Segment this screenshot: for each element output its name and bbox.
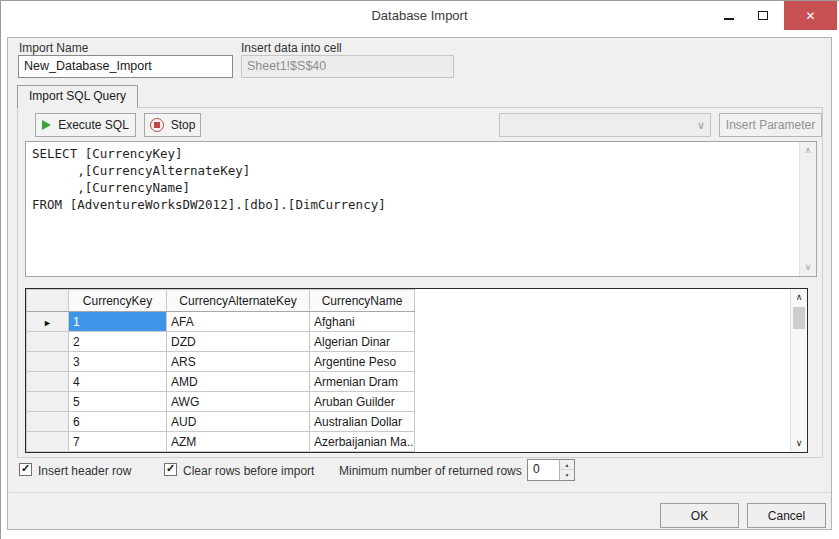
grid-cell[interactable]: 5 xyxy=(69,392,167,412)
grid-body: ►1AFAAfghani2DZDAlgerian Dinar3ARSArgent… xyxy=(27,312,790,452)
grid-cell[interactable]: Argentine Peso xyxy=(310,352,415,372)
current-row-arrow-icon: ► xyxy=(43,318,52,328)
grid-header-row: CurrencyKeyCurrencyAlternateKeyCurrencyN… xyxy=(27,290,790,312)
grid-cell[interactable]: AWG xyxy=(167,392,310,412)
table-row: 7AZMAzerbaijanian Ma... xyxy=(27,432,790,452)
grid-cell[interactable]: AFA xyxy=(167,312,310,332)
grid-filler xyxy=(415,312,790,332)
scroll-down-icon[interactable]: ∨ xyxy=(800,260,816,275)
column-header[interactable]: CurrencyKey xyxy=(69,290,167,312)
grid-filler xyxy=(415,332,790,352)
ok-button[interactable]: OK xyxy=(660,503,739,528)
scrollbar-thumb[interactable] xyxy=(793,307,805,329)
row-selector-cell[interactable] xyxy=(27,352,69,372)
spin-down-icon[interactable]: ▼ xyxy=(560,470,574,480)
grid-filler xyxy=(415,432,790,452)
minimize-icon xyxy=(724,18,734,20)
grid-corner-cell[interactable] xyxy=(27,290,69,312)
grid-filler xyxy=(415,372,790,392)
results-grid: CurrencyKeyCurrencyAlternateKeyCurrencyN… xyxy=(25,288,808,453)
close-button[interactable]: ✕ xyxy=(784,1,837,30)
scroll-up-icon[interactable]: ∧ xyxy=(791,290,807,305)
grid-cell[interactable]: 4 xyxy=(69,372,167,392)
table-row: 5AWGAruban Guilder xyxy=(27,392,790,412)
parameter-dropdown[interactable]: ∨ xyxy=(499,113,711,137)
grid-cell[interactable]: 3 xyxy=(69,352,167,372)
grid-filler xyxy=(415,290,790,312)
sql-query-editor[interactable]: SELECT [CurrencyKey] ,[CurrencyAlternate… xyxy=(25,141,817,277)
sql-query-text[interactable]: SELECT [CurrencyKey] ,[CurrencyAlternate… xyxy=(32,145,386,213)
insert-parameter-label: Insert Parameter xyxy=(726,118,815,132)
table-row: 2DZDAlgerian Dinar xyxy=(27,332,790,352)
min-rows-spinner[interactable]: 0 ▲ ▼ xyxy=(527,459,575,481)
execute-sql-label: Execute SQL xyxy=(58,118,129,132)
cancel-button[interactable]: Cancel xyxy=(747,503,826,528)
grid-cell[interactable]: AUD xyxy=(167,412,310,432)
stop-label: Stop xyxy=(171,118,196,132)
database-import-dialog: Database Import ✕ Import Name New_Databa… xyxy=(0,0,839,539)
clear-rows-label[interactable]: Clear rows before import xyxy=(183,464,314,478)
row-selector-cell[interactable] xyxy=(27,372,69,392)
row-selector-cell[interactable]: ► xyxy=(27,312,69,332)
results-table: CurrencyKeyCurrencyAlternateKeyCurrencyN… xyxy=(26,289,790,452)
min-rows-label: Minimum number of returned rows xyxy=(339,464,522,478)
grid-cell[interactable]: 6 xyxy=(69,412,167,432)
row-selector-cell[interactable] xyxy=(27,412,69,432)
table-row: ►1AFAAfghani xyxy=(27,312,790,332)
grid-cell[interactable]: 2 xyxy=(69,332,167,352)
maximize-icon xyxy=(758,11,768,20)
grid-cell[interactable]: AMD xyxy=(167,372,310,392)
sql-scrollbar[interactable]: ∧ ∨ xyxy=(799,142,816,276)
grid-cell[interactable]: Armenian Dram xyxy=(310,372,415,392)
play-icon xyxy=(42,120,51,130)
insert-cell-input: Sheet1!$S$40 xyxy=(241,55,454,78)
min-rows-value[interactable]: 0 xyxy=(533,462,540,476)
import-name-input[interactable]: New_Database_Import xyxy=(18,55,233,78)
column-header[interactable]: CurrencyName xyxy=(310,290,415,312)
grid-cell[interactable]: DZD xyxy=(167,332,310,352)
stop-button[interactable]: Stop xyxy=(144,113,201,137)
insert-cell-label: Insert data into cell xyxy=(241,41,342,55)
spin-up-icon[interactable]: ▲ xyxy=(560,460,574,470)
minimize-button[interactable] xyxy=(713,1,745,30)
grid-cell[interactable]: 7 xyxy=(69,432,167,452)
tab-import-sql-query[interactable]: Import SQL Query xyxy=(17,85,138,108)
grid-cell[interactable]: Afghani xyxy=(310,312,415,332)
insert-parameter-button[interactable]: Insert Parameter xyxy=(719,113,822,137)
title-bar[interactable]: Database Import ✕ xyxy=(1,1,838,31)
table-row: 6AUDAustralian Dollar xyxy=(27,412,790,432)
grid-cell[interactable]: Azerbaijanian Ma... xyxy=(310,432,415,452)
grid-scrollbar[interactable]: ∧ ∨ xyxy=(790,289,807,452)
table-row: 4AMDArmenian Dram xyxy=(27,372,790,392)
chevron-down-icon: ∨ xyxy=(697,118,705,132)
grid-filler xyxy=(415,412,790,432)
checkmark-icon: ✓ xyxy=(21,462,30,475)
spinner-buttons: ▲ ▼ xyxy=(559,460,574,480)
grid-cell[interactable]: Algerian Dinar xyxy=(310,332,415,352)
execute-sql-button[interactable]: Execute SQL xyxy=(35,113,136,137)
scroll-up-icon[interactable]: ∧ xyxy=(800,143,816,158)
footer-separator xyxy=(9,492,831,493)
grid-filler xyxy=(415,392,790,412)
row-selector-cell[interactable] xyxy=(27,392,69,412)
maximize-button[interactable] xyxy=(747,1,779,30)
insert-header-row-checkbox[interactable]: ✓ xyxy=(19,463,32,476)
insert-header-row-label[interactable]: Insert header row xyxy=(38,464,131,478)
grid-cell[interactable]: Australian Dollar xyxy=(310,412,415,432)
row-selector-cell[interactable] xyxy=(27,332,69,352)
grid-cell[interactable]: 1 xyxy=(69,312,167,332)
grid-cell[interactable]: AZM xyxy=(167,432,310,452)
table-row: 3ARSArgentine Peso xyxy=(27,352,790,372)
scroll-down-icon[interactable]: ∨ xyxy=(791,436,807,451)
grid-filler xyxy=(415,352,790,372)
import-name-label: Import Name xyxy=(19,41,88,55)
column-header[interactable]: CurrencyAlternateKey xyxy=(167,290,310,312)
grid-cell[interactable]: ARS xyxy=(167,352,310,372)
row-selector-cell[interactable] xyxy=(27,432,69,452)
clear-rows-checkbox[interactable]: ✓ xyxy=(164,463,177,476)
grid-cell[interactable]: Aruban Guilder xyxy=(310,392,415,412)
checkmark-icon: ✓ xyxy=(166,462,175,475)
stop-icon xyxy=(150,118,164,132)
close-icon: ✕ xyxy=(805,9,815,23)
